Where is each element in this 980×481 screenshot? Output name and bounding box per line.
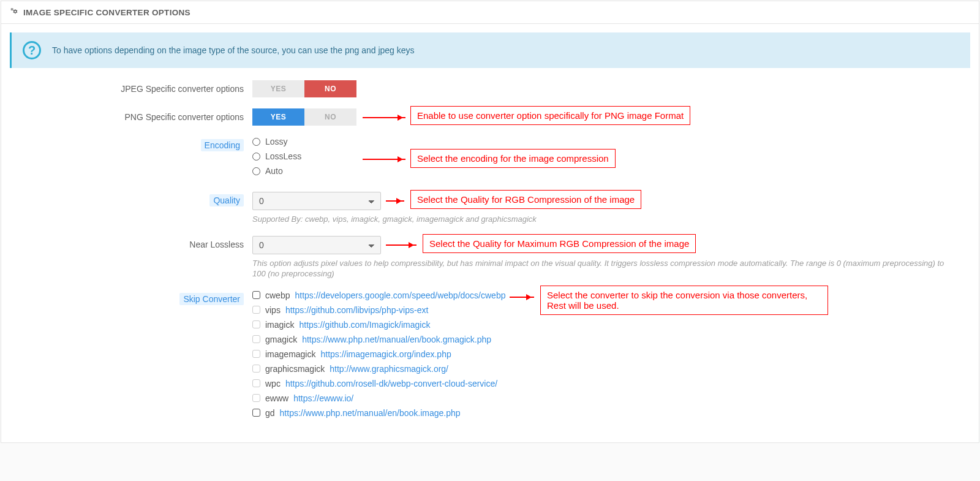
checkbox [252, 394, 260, 402]
converter-name: cwebp [265, 290, 290, 300]
near-lossless-select[interactable]: 0 [252, 236, 381, 254]
quality-hint: Supported By: cwebp, vips, imagick, gmag… [252, 214, 951, 225]
radio-icon [252, 167, 260, 175]
arrow-icon [386, 244, 417, 246]
converter-link[interactable]: https://ewww.io/ [293, 393, 353, 403]
near-lossless-row: Near Lossless 0 This option adjusts pixe… [10, 236, 970, 279]
quality-label: Quality [209, 194, 244, 206]
png-toggle[interactable]: YES NO [252, 108, 356, 126]
checkbox [252, 379, 260, 387]
converter-name: graphicsmagick [265, 364, 325, 374]
png-yes-button[interactable]: YES [252, 108, 304, 126]
panel-header: IMAGE SPECIFIC CONVERTER OPTIONS [1, 1, 979, 24]
skip-item: gmagickhttps://www.php.net/manual/en/boo… [252, 335, 970, 344]
png-no-button[interactable]: NO [304, 108, 356, 126]
checkbox [252, 320, 260, 328]
skip-item: ewwwhttps://ewww.io/ [252, 393, 970, 403]
panel-title: IMAGE SPECIFIC CONVERTER OPTIONS [23, 8, 190, 17]
encoding-label: Encoding [201, 139, 244, 151]
checkbox [252, 365, 260, 373]
png-label: PNG Specific converter options [10, 108, 252, 122]
skip-label: Skip Converter [179, 293, 244, 305]
converter-link[interactable]: https://github.com/rosell-dk/webp-conver… [285, 379, 497, 388]
checkbox[interactable] [252, 291, 260, 299]
question-icon: ? [23, 41, 41, 59]
gears-icon [10, 7, 20, 18]
png-row: PNG Specific converter options YES NO En… [10, 108, 970, 126]
converter-name: wpc [265, 379, 281, 388]
converter-link[interactable]: https://www.php.net/manual/en/book.gmagi… [302, 335, 491, 344]
converter-name: imagemagick [265, 349, 315, 359]
jpeg-toggle[interactable]: YES NO [252, 80, 356, 97]
checkbox[interactable] [252, 409, 260, 417]
converter-name: gmagick [265, 335, 297, 344]
skip-row: Skip Converter Select the converter to s… [10, 290, 970, 423]
checkbox [252, 350, 260, 358]
converter-link[interactable]: https://imagemagick.org/index.php [320, 349, 451, 359]
annotation-quality: Select the Quality for RGB Compression o… [410, 190, 641, 209]
radio-icon [252, 138, 260, 146]
converter-link[interactable]: https://github.com/libvips/php-vips-ext [285, 305, 428, 315]
near-lossless-label: Near Lossless [10, 236, 252, 249]
skip-item: imagemagickhttps://imagemagick.org/index… [252, 349, 970, 359]
quality-select[interactable]: 0 [252, 192, 381, 210]
converter-name: vips [265, 305, 281, 315]
skip-item: graphicsmagickhttp://www.graphicsmagick.… [252, 364, 970, 374]
skip-item: wpchttps://github.com/rosell-dk/webp-con… [252, 379, 970, 388]
info-box: ? To have options depending on the image… [10, 32, 970, 68]
jpeg-yes-button[interactable]: YES [252, 80, 304, 97]
annotation-near-lossless: Select the Quality for Maximum RGB Compr… [423, 234, 696, 253]
near-lossless-hint: This option adjusts pixel values to help… [252, 258, 951, 279]
arrow-icon [510, 297, 534, 298]
converter-name: ewww [265, 393, 288, 403]
panel-body: ? To have options depending on the image… [1, 24, 979, 442]
annotation-png: Enable to use converter option specifica… [410, 106, 690, 125]
arrow-icon [363, 159, 405, 160]
converter-name: gd [265, 408, 275, 418]
settings-panel: IMAGE SPECIFIC CONVERTER OPTIONS ? To ha… [1, 1, 979, 443]
radio-icon [252, 153, 260, 161]
jpeg-label: JPEG Specific converter options [10, 80, 252, 94]
annotation-skip: Select the converter to skip the convers… [540, 286, 828, 315]
converter-name: imagick [265, 320, 294, 330]
encoding-row: Encoding Lossy LossLess Auto Select the … [10, 137, 970, 181]
converter-link[interactable]: https://developers.google.com/speed/webp… [295, 290, 505, 300]
checkbox [252, 306, 260, 314]
skip-item: gdhttps://www.php.net/manual/en/book.ima… [252, 408, 970, 418]
quality-row: Quality 0 Supported By: cwebp, vips, ima… [10, 192, 970, 225]
jpeg-no-button[interactable]: NO [304, 80, 356, 97]
arrow-icon [386, 200, 404, 202]
encoding-lossy[interactable]: Lossy [252, 137, 970, 146]
skip-item: imagickhttps://github.com/Imagick/imagic… [252, 320, 970, 330]
converter-link[interactable]: https://www.php.net/manual/en/book.image… [280, 408, 461, 418]
arrow-icon [363, 117, 405, 118]
converter-link[interactable]: https://github.com/Imagick/imagick [299, 320, 430, 330]
info-text: To have options depending on the image t… [52, 45, 415, 55]
checkbox [252, 335, 260, 343]
annotation-encoding: Select the encoding for the image compre… [410, 149, 616, 168]
converter-link[interactable]: http://www.graphicsmagick.org/ [330, 364, 448, 374]
jpeg-row: JPEG Specific converter options YES NO [10, 80, 970, 97]
